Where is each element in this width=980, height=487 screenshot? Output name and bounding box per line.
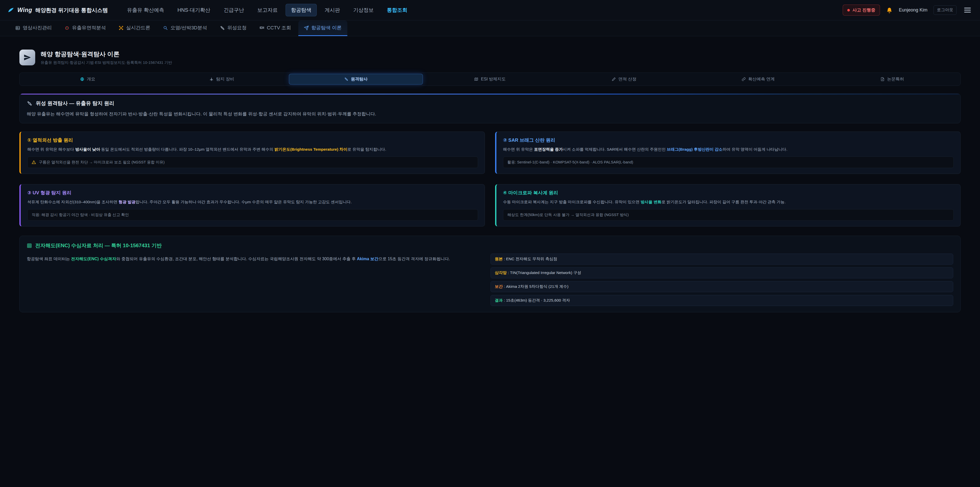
- sub-navigation: 영상사진관리 유출유면적분석 실시간드론 오염/선박3D분석 위성요청: [0, 21, 980, 36]
- subnav-item-label: 유출유면적분석: [72, 24, 106, 31]
- card-note: 구름은 열적외선을 완전 차단 → 마이크로파 보조 필요 (NGSST 융합 …: [27, 156, 478, 168]
- logout-button[interactable]: 로그아웃: [934, 5, 956, 15]
- page-header-plane-icon: [19, 49, 35, 65]
- enc-description: 항공탐색 좌표 데이터는 전자해도(ENC) 수심격자와 중첩되어 유출유의 수…: [27, 254, 468, 262]
- tab-papers-patents[interactable]: 논문특허: [825, 74, 959, 85]
- subnav-item-label: 항공탐색 이론: [311, 24, 342, 31]
- card-title: ① 열적외선 방출 원리: [27, 137, 478, 143]
- menu-item-aerial-search[interactable]: 항공탐색: [286, 4, 317, 16]
- card-note-text: 적용: 해경 감시 항공기 야간 탐색 · 비정상 유출 신고 확인: [32, 212, 129, 217]
- map-icon: [474, 77, 478, 81]
- enc-row-source: 원본ENC 전자해도 무작위 측심점: [490, 254, 953, 265]
- link-icon: [741, 77, 746, 81]
- tab-label: ESI 방제지도: [481, 77, 506, 82]
- card-note-text: 구름은 열적외선을 완전 차단 → 마이크로파 보조 필요 (NGSST 융합 …: [39, 160, 165, 165]
- remote-sensing-panel: 위성 원격탐사 — 유출유 탐지 원리 해양 유출유는 해수면에 유막을 형성하…: [19, 93, 961, 123]
- card-note-text: 활용: Sentinel-1(C-band) · KOMPSAT-5(X-ban…: [508, 160, 633, 165]
- enc-row-label: 보간: [495, 284, 506, 289]
- card-body: 석유계 탄화수소에 자외선(310–400nm)을 조사하면 형광 발광합니다.…: [27, 199, 478, 205]
- subnav-item-satellite-request[interactable]: 위성요청: [215, 21, 252, 36]
- subnav-item-oil-area-analysis[interactable]: 유출유면적분석: [59, 21, 111, 36]
- menu-item-reports[interactable]: 보고자료: [252, 4, 283, 16]
- tab-label: 원격탐사: [351, 77, 368, 82]
- tab-remote-sensing[interactable]: 원격탐사: [289, 74, 423, 85]
- card-title: ④ 마이크로파 복사계 원리: [503, 190, 954, 196]
- subnav-item-label: CCTV 조회: [267, 24, 291, 31]
- subnav-item-aerial-theory[interactable]: 항공탐색 이론: [298, 21, 347, 36]
- app-root: Wing 해양환경 위기대응 통합시스템 유출유 확산예측 HNS·대기확산 긴…: [0, 0, 980, 312]
- menu-item-weather-info[interactable]: 기상정보: [348, 4, 379, 16]
- menu-item-integrated-search[interactable]: 통합조회: [382, 4, 413, 16]
- menu-item-board[interactable]: 게시판: [319, 4, 345, 16]
- subnav-item-cctv[interactable]: CCTV 조회: [254, 21, 297, 36]
- enc-content: 항공탐색 좌표 데이터는 전자해도(ENC) 수심격자와 중첩되어 유출유의 수…: [27, 254, 953, 306]
- page-title: 해양 항공탐색·원격탐사 이론: [41, 50, 172, 58]
- satellite-icon: [220, 26, 225, 30]
- incident-status-badge[interactable]: 사고 진행중: [843, 5, 880, 16]
- card-uv-fluorescence: ③ UV 형광 탐지 원리 석유계 탄화수소에 자외선(310–400nm)을 …: [19, 184, 485, 227]
- card-microwave-radiometer: ④ 마이크로파 복사계 원리 수동 마이크로파 복사계는 지구 방출 마이크로파…: [495, 184, 961, 227]
- tab-prediction-link[interactable]: 확산예측 연계: [691, 74, 825, 85]
- tab-overview[interactable]: 개요: [21, 74, 155, 85]
- warning-icon: [32, 160, 36, 164]
- menu-item-emergency-rescue[interactable]: 긴급구난: [218, 4, 249, 16]
- page-subtitle: 유출유 원격탐지·항공감시 기법·ESI 방제정보지도·등록특허 10-1567…: [41, 60, 172, 65]
- enc-row-result: 결과15초(463m) 등간격 · 3,225,600 격자: [490, 295, 953, 306]
- subnav-item-pollution-3d[interactable]: 오염/선박3D분석: [158, 21, 213, 36]
- card-note: 해상도 한계(50km)로 단독 사용 불가 → 열적외선과 융합 (NGSST…: [503, 209, 954, 220]
- card-body: 해수면 위 유막은 표면장력을 증가시켜 소파를 억제합니다. SAR에서 해수…: [503, 146, 954, 152]
- page-header: 해양 항공탐색·원격탐사 이론 유출유 원격탐지·항공감시 기법·ESI 방제정…: [19, 49, 961, 65]
- tab-detection-equipment[interactable]: 탐지 장비: [155, 74, 289, 85]
- subnav-item-image-management[interactable]: 영상사진관리: [10, 21, 57, 36]
- card-title: ② SAR 브래그 산란 원리: [503, 137, 954, 143]
- enc-row-value: TIN(Triangulated Irregular Network) 구성: [510, 270, 581, 275]
- brand[interactable]: Wing 해양환경 위기대응 통합시스템: [8, 6, 108, 14]
- card-sar-bragg: ② SAR 브래그 산란 원리 해수면 위 유막은 표면장력을 증가시켜 소파를…: [495, 131, 961, 174]
- menu-item-spill-prediction[interactable]: 유출유 확산예측: [122, 4, 170, 16]
- enc-row-value: Akima 2차원 5차다항식 (21개 계수): [506, 284, 569, 289]
- topnav-right: 사고 진행중 Eunjeong Kim 로그아웃: [843, 5, 972, 16]
- subnav-item-label: 영상사진관리: [23, 24, 52, 31]
- grid-icon: [27, 243, 32, 248]
- tab-area-calculation[interactable]: 면적 산정: [557, 74, 691, 85]
- tab-label: 면적 산정: [618, 77, 636, 82]
- hamburger-menu-icon[interactable]: [963, 6, 972, 14]
- magnifier-icon: [163, 26, 168, 30]
- enc-row-value: ENC 전자해도 무작위 측심점: [506, 257, 557, 261]
- incident-badge-label: 사고 진행중: [853, 7, 875, 13]
- status-dot-icon: [847, 9, 850, 11]
- enc-bathymetry-panel: 전자해도(ENC) 수심자료 처리 — 특허 10-1567431 기반 항공탐…: [19, 236, 961, 312]
- menu-item-hns-diffusion[interactable]: HNS·대기확산: [172, 4, 216, 16]
- card-note: 적용: 해경 감시 항공기 야간 탐색 · 비정상 유출 신고 확인: [27, 209, 478, 220]
- tab-label: 확산예측 연계: [748, 77, 775, 82]
- main-content: 해양 항공탐색·원격탐사 이론 유출유 원격탐지·항공감시 기법·ESI 방제정…: [0, 36, 980, 312]
- tab-label: 개요: [87, 77, 95, 82]
- card-body: 수동 마이크로파 복사계는 지구 방출 마이크로파를 수신합니다. 유막이 있으…: [503, 199, 954, 205]
- page-header-text: 해양 항공탐색·원격탐사 이론 유출유 원격탐지·항공감시 기법·ESI 방제정…: [41, 50, 172, 65]
- tab-label: 논문특허: [887, 77, 904, 82]
- content-tabbar: 개요 탐지 장비 원격탐사 ESI 방제지도: [19, 72, 961, 86]
- enc-row-tin: 삼각망TIN(Triangulated Irregular Network) 구…: [490, 267, 953, 278]
- enc-process-rows: 원본ENC 전자해도 무작위 측심점 삼각망TIN(Triangulated I…: [490, 254, 953, 306]
- subnav-item-realtime-drone[interactable]: 실시간드론: [113, 21, 156, 36]
- tab-esi-map[interactable]: ESI 방제지도: [423, 74, 557, 85]
- user-name: Eunjeong Kim: [899, 7, 928, 13]
- photo-icon: [15, 26, 20, 30]
- plane-icon: [210, 77, 213, 81]
- brand-mark: Wing: [18, 6, 32, 14]
- enc-title: 전자해도(ENC) 수심자료 처리 — 특허 10-1567431 기반: [35, 242, 162, 249]
- card-title: ③ UV 형광 탐지 원리: [27, 190, 478, 196]
- globe-icon: [80, 77, 84, 81]
- remote-sensing-heading: 위성 원격탐사 — 유출유 탐지 원리: [27, 100, 953, 107]
- card-body: 해수면 위 유막은 해수보다 방사율이 낮아 동일 온도에서도 적외선 방출량이…: [27, 146, 478, 152]
- paper-plane-icon: [304, 26, 309, 30]
- enc-row-label: 원본: [495, 257, 506, 261]
- remote-sensing-title: 위성 원격탐사 — 유출유 탐지 원리: [36, 100, 115, 107]
- card-note: 활용: Sentinel-1(C-band) · KOMPSAT-5(X-ban…: [503, 156, 954, 168]
- enc-row-label: 결과: [495, 298, 506, 302]
- enc-row-label: 삼각망: [495, 270, 510, 275]
- notification-bell-icon[interactable]: [886, 7, 893, 14]
- pencil-icon: [612, 77, 616, 81]
- principle-cards: ① 열적외선 방출 원리 해수면 위 유막은 해수보다 방사율이 낮아 동일 온…: [19, 131, 961, 227]
- cctv-icon: [259, 26, 264, 30]
